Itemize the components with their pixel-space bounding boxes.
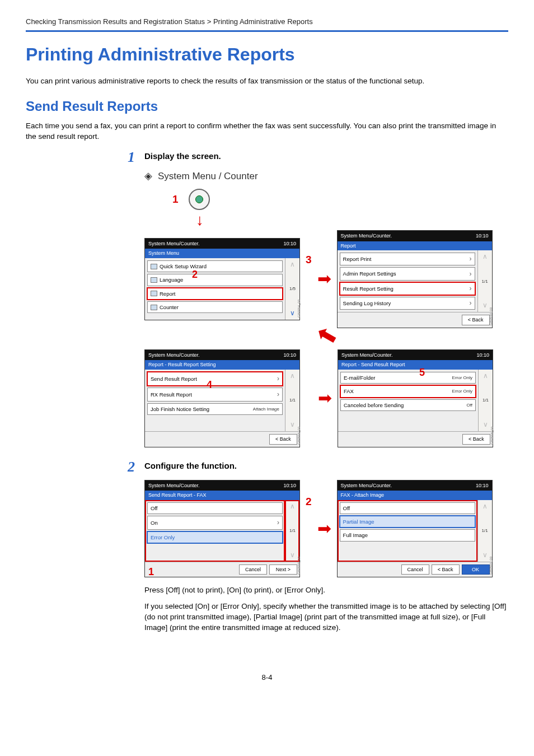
menu-item-sending-log[interactable]: Sending Log History› — [340, 297, 475, 310]
screenshot-id: GB0565_00 — [297, 427, 301, 445]
scroll-down-icon[interactable]: ∨ — [483, 301, 488, 310]
counter-icon — [151, 305, 157, 310]
page-indicator: 1/1 — [289, 397, 296, 403]
cancel-button[interactable]: Cancel — [401, 564, 429, 575]
screens-row-1: 2 System Menu/Counter.10:10 System Menu … — [144, 230, 508, 328]
panel-subtitle: Report — [338, 241, 492, 251]
scroll-up-icon[interactable]: ∧ — [290, 371, 295, 381]
page-indicator: 1/5 — [289, 286, 296, 292]
chevron-right-icon: › — [470, 298, 472, 308]
value-label: Off — [466, 402, 472, 408]
menu-item-email-folder[interactable]: E-mail/FolderError Only — [340, 372, 476, 384]
panel-title: System Menu/Counter. — [148, 240, 200, 248]
scroll-up-icon[interactable]: ∧ — [483, 252, 488, 262]
panel-time: 10:10 — [283, 240, 296, 248]
menu-item-send-result[interactable]: Send Result Report› — [147, 372, 283, 386]
panel-result-report-setting: 4 System Menu/Counter.10:10 Report - Res… — [144, 349, 300, 447]
panel-subtitle: FAX - Attach Image — [338, 491, 492, 500]
scroll-down-icon[interactable]: ∨ — [290, 550, 295, 560]
option-error-only[interactable]: Error Only — [147, 531, 283, 543]
menu-item-admin-report[interactable]: Admin Report Settings› — [340, 267, 475, 280]
step-1-title: Display the screen. — [144, 150, 221, 162]
diagonal-arrow-row: ➡ — [144, 328, 508, 345]
page-indicator: 1/1 — [483, 397, 489, 403]
menu-item-report[interactable]: Report — [147, 288, 283, 300]
diamond-icon: ◈ — [144, 169, 152, 183]
chevron-right-icon: › — [470, 254, 472, 264]
ok-button[interactable]: OK — [462, 564, 490, 575]
step-2-number: 2 — [128, 460, 144, 474]
option-off[interactable]: Off — [340, 502, 475, 514]
right-arrow-icon: ➡ — [318, 390, 332, 407]
section-title-h2: Send Result Reports — [26, 97, 508, 116]
panel-subtitle: Report - Send Result Report — [338, 360, 493, 370]
panel-scrollbar[interactable]: ∧ 1/1 ∨ — [477, 500, 492, 562]
scroll-down-icon[interactable]: ∨ — [483, 420, 488, 430]
press-button-row: 1 — [172, 189, 508, 210]
menu-item-counter[interactable]: Counter — [147, 301, 283, 313]
menu-item-quick-setup[interactable]: Quick Setup Wizard — [147, 260, 283, 272]
menu-item-rx-result[interactable]: RX Result Report› — [147, 388, 283, 402]
step-1-header: 1 Display the screen. — [128, 150, 508, 165]
scroll-up-icon[interactable]: ∧ — [290, 502, 295, 511]
back-button[interactable]: < Back — [269, 434, 297, 445]
intro-text: You can print various administrative rep… — [26, 76, 508, 87]
chevron-right-icon: › — [470, 284, 472, 293]
panel-scrollbar[interactable]: ∧ 1/1 ∨ — [477, 250, 492, 312]
panel-subtitle: System Menu — [145, 249, 299, 258]
step-1-number: 1 — [128, 150, 144, 165]
header-divider — [26, 30, 508, 32]
option-partial[interactable]: Partial Image — [340, 516, 475, 528]
panel-time: 10:10 — [476, 232, 489, 240]
callout-1: 1 — [172, 192, 179, 207]
page-indicator: 1/1 — [289, 528, 296, 534]
down-arrow-wrap: ↓ — [196, 214, 508, 226]
back-button[interactable]: < Back — [432, 564, 460, 575]
scroll-up-icon[interactable]: ∧ — [290, 260, 295, 269]
press-instruction: Press [Off] (not to print), [On] (to pri… — [144, 585, 508, 596]
value-label: Attach Image — [253, 406, 279, 412]
screenshot-id: GB0568_00 — [490, 427, 494, 445]
down-arrow-icon: ↓ — [196, 214, 508, 226]
screenshot-id: GB0540_00 — [489, 307, 493, 325]
menu-item-report-print[interactable]: Report Print› — [340, 253, 475, 265]
panel-time: 10:10 — [283, 352, 296, 359]
cancel-button[interactable]: Cancel — [239, 564, 267, 575]
scroll-down-icon[interactable]: ∨ — [483, 550, 488, 560]
panel-report: System Menu/Counter.10:10 Report Report … — [337, 230, 493, 328]
breadcrumb: Checking Transmission Results and Regist… — [26, 17, 508, 27]
next-button[interactable]: Next > — [269, 564, 297, 575]
panel-title: System Menu/Counter. — [148, 482, 200, 489]
back-button[interactable]: < Back — [462, 434, 490, 445]
button-led-icon — [195, 195, 203, 203]
page-title-h1: Printing Administrative Reports — [26, 42, 508, 67]
panel-title: System Menu/Counter. — [341, 232, 392, 240]
scroll-down-icon[interactable]: ∨ — [290, 309, 295, 318]
panel-scrollbar[interactable]: ∧ 1/1 ∨ — [285, 500, 299, 562]
page-indicator: 1/1 — [482, 528, 488, 534]
system-menu-label-row: ◈ System Menu / Counter — [144, 169, 508, 183]
hardware-button[interactable] — [189, 189, 210, 210]
menu-item-language[interactable]: Language — [147, 274, 283, 286]
option-full[interactable]: Full Image — [340, 529, 475, 541]
menu-item-job-finish[interactable]: Job Finish Notice SettingAttach Image — [147, 403, 283, 415]
value-label: Error Only — [452, 375, 472, 381]
scroll-down-icon[interactable]: ∨ — [290, 420, 295, 430]
detail-instruction: If you selected [On] or [Error Only], sp… — [144, 601, 508, 633]
menu-item-canceled[interactable]: Canceled before SendingOff — [340, 399, 476, 411]
panel-scrollbar[interactable]: ∧ 1/1 ∨ — [285, 370, 299, 431]
panel-scrollbar[interactable]: ∧ 1/1 ∨ — [478, 370, 493, 431]
option-on[interactable]: On› — [147, 516, 283, 530]
chevron-right-icon: › — [277, 518, 279, 528]
panel-attach-image: System Menu/Counter.10:10 FAX - Attach I… — [337, 480, 493, 578]
menu-item-fax[interactable]: FAXError Only — [340, 385, 476, 397]
callout-2b: 2 — [306, 494, 312, 510]
option-off[interactable]: Off — [147, 502, 283, 514]
scroll-up-icon[interactable]: ∧ — [483, 371, 488, 381]
right-arrow-icon: ➡ — [317, 520, 331, 537]
scroll-up-icon[interactable]: ∧ — [483, 502, 488, 511]
page-number: 8-4 — [26, 673, 508, 683]
chevron-right-icon: › — [277, 390, 279, 399]
back-button[interactable]: < Back — [462, 315, 490, 325]
menu-item-result-report[interactable]: Result Report Setting› — [340, 282, 475, 295]
